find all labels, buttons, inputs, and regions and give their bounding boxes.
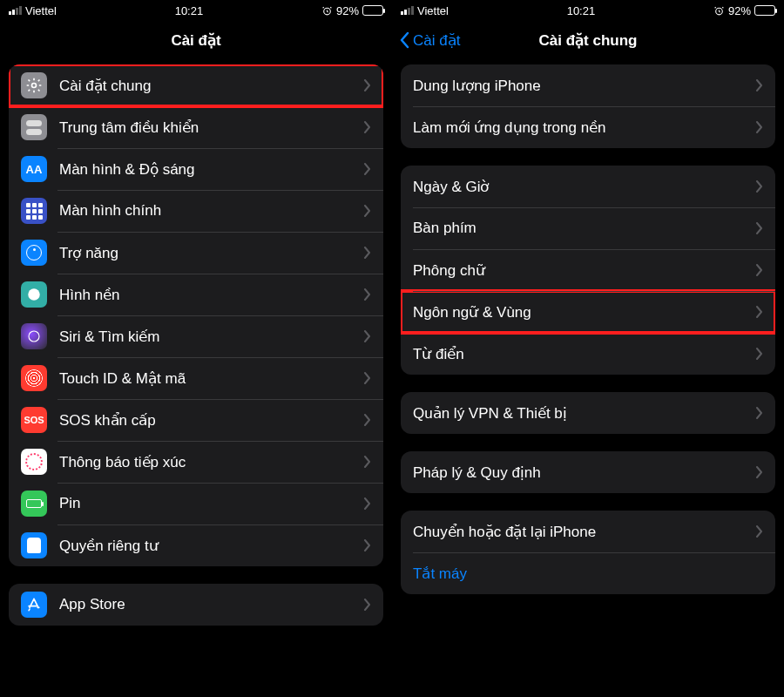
row-label: Pháp lý & Quy định (413, 464, 756, 482)
row-label: Dung lượng iPhone (413, 77, 756, 95)
back-button[interactable]: Cài đặt (399, 21, 460, 59)
chevron-right-icon (364, 288, 371, 301)
exposure-icon (21, 449, 47, 475)
row-appstore[interactable]: App Store (9, 584, 383, 626)
row-ph-ng-ch-[interactable]: Phông chữ (401, 249, 775, 291)
settings-list[interactable]: Cài đặt chungTrung tâm điều khiểnAAMàn h… (0, 59, 392, 697)
row-label: Màn hình chính (59, 202, 364, 220)
chevron-right-icon (756, 466, 763, 478)
clock: 10:21 (175, 4, 204, 17)
signal-icon (9, 6, 22, 15)
row-label: Thông báo tiếp xúc (59, 453, 364, 471)
row-general[interactable]: Cài đặt chung (9, 64, 383, 106)
row-wall[interactable]: Hình nền (9, 274, 383, 315)
alarm-icon (713, 5, 725, 17)
row-label: Chuyển hoặc đặt lại iPhone (413, 523, 756, 541)
status-bar: Viettel 10:21 92% (0, 0, 392, 21)
back-label: Cài đặt (413, 31, 460, 50)
chevron-right-icon (364, 79, 371, 91)
sos-icon: SOS (21, 407, 47, 433)
chevron-right-icon (364, 330, 371, 342)
row-t-i-n[interactable]: Từ điển (401, 333, 775, 375)
chevron-right-icon (364, 205, 371, 217)
row-display[interactable]: AAMàn hình & Độ sáng (9, 148, 383, 190)
nav-bar: Cài đặt Cài đặt chung (392, 21, 784, 59)
row-label: Màn hình & Độ sáng (59, 160, 364, 179)
clock: 10:21 (567, 4, 596, 17)
row-label: Ngày & Giờ (413, 178, 756, 196)
chevron-right-icon (364, 599, 371, 611)
group-reset: Chuyển hoặc đặt lại iPhoneTắt máy (401, 511, 775, 594)
row-ph-p-l-quy-nh[interactable]: Pháp lý & Quy định (401, 451, 775, 493)
battery-icon (21, 491, 47, 517)
row-label: Cài đặt chung (59, 77, 364, 95)
row-label: SOS khẩn cấp (59, 411, 364, 430)
battery-icon (362, 5, 383, 16)
general-list[interactable]: Dung lượng iPhoneLàm mới ứng dụng trong … (392, 59, 784, 697)
home-icon (21, 198, 47, 224)
row-label: Ngôn ngữ & Vùng (413, 303, 756, 321)
row-l-m-m-i-ng-d-ng-trong-n-n[interactable]: Làm mới ứng dụng trong nền (401, 106, 775, 148)
row-label: Làm mới ứng dụng trong nền (413, 118, 756, 137)
page-title: Cài đặt (171, 31, 220, 50)
row-home[interactable]: Màn hình chính (9, 190, 383, 232)
chevron-right-icon (756, 407, 763, 419)
signal-icon (401, 6, 414, 15)
row-battery[interactable]: Pin (9, 483, 383, 524)
chevron-right-icon (756, 525, 763, 538)
battery-pct: 92% (336, 4, 359, 17)
chevron-right-icon (756, 306, 763, 318)
chevron-right-icon (756, 121, 763, 133)
svg-point-3 (29, 331, 39, 342)
row-touch[interactable]: Touch ID & Mật mã (9, 357, 383, 399)
row-siri[interactable]: Siri & Tìm kiếm (9, 315, 383, 357)
access-icon (21, 240, 47, 266)
row-label: Phông chữ (413, 261, 756, 280)
row-label: Trung tâm điều khiển (59, 118, 364, 137)
row-label: Pin (59, 495, 364, 512)
row-label: Từ điển (413, 345, 756, 363)
row-privacy[interactable]: Quyền riêng tư (9, 524, 383, 566)
status-bar: Viettel 10:21 92% (392, 0, 784, 21)
settings-group-store: App Store (9, 584, 383, 626)
group-vpn: Quản lý VPN & Thiết bị (401, 392, 775, 434)
row-ng-n-ng-v-ng[interactable]: Ngôn ngữ & Vùng (401, 291, 775, 333)
row-label: Quyền riêng tư (59, 537, 364, 555)
group-legal: Pháp lý & Quy định (401, 451, 775, 493)
display-icon: AA (21, 156, 47, 182)
control-icon (21, 114, 47, 140)
row-access[interactable]: Trợ năng (9, 232, 383, 274)
row-label: Hình nền (59, 286, 364, 304)
chevron-right-icon (756, 264, 763, 276)
chevron-right-icon (364, 497, 371, 510)
row-label: App Store (59, 596, 364, 613)
row-chuy-n-ho-c-t-l-i-iphone[interactable]: Chuyển hoặc đặt lại iPhone (401, 511, 775, 552)
siri-icon (21, 323, 47, 349)
row-ng-y-gi-[interactable]: Ngày & Giờ (401, 166, 775, 207)
row-label: Tắt máy (413, 565, 763, 583)
row-label: Trợ năng (59, 244, 364, 262)
battery-icon (754, 5, 775, 16)
page-title: Cài đặt chung (539, 31, 638, 50)
chevron-right-icon (756, 180, 763, 193)
row-b-n-ph-m[interactable]: Bàn phím (401, 207, 775, 249)
alarm-icon (321, 5, 333, 17)
group-locale: Ngày & GiờBàn phímPhông chữNgôn ngữ & Vù… (401, 166, 775, 375)
row-control[interactable]: Trung tâm điều khiển (9, 106, 383, 148)
touch-icon (21, 365, 47, 391)
nav-bar: Cài đặt (0, 21, 392, 59)
row-label: Touch ID & Mật mã (59, 369, 364, 388)
row-exposure[interactable]: Thông báo tiếp xúc (9, 441, 383, 483)
row-t-t-m-y[interactable]: Tắt máy (401, 552, 775, 594)
row-label: Siri & Tìm kiếm (59, 328, 364, 346)
row-qu-n-l-vpn-thi-t-b-[interactable]: Quản lý VPN & Thiết bị (401, 392, 775, 434)
settings-group-main: Cài đặt chungTrung tâm điều khiểnAAMàn h… (9, 64, 383, 566)
general-screen: Viettel 10:21 92% Cài đặt Cài đặt chung … (392, 0, 784, 697)
chevron-right-icon (756, 222, 763, 234)
row-label: Quản lý VPN & Thiết bị (413, 404, 756, 423)
chevron-right-icon (756, 79, 763, 91)
chevron-right-icon (364, 247, 371, 259)
row-sos[interactable]: SOSSOS khẩn cấp (9, 399, 383, 441)
row-dung-l-ng-iphone[interactable]: Dung lượng iPhone (401, 64, 775, 106)
svg-point-2 (28, 288, 40, 301)
